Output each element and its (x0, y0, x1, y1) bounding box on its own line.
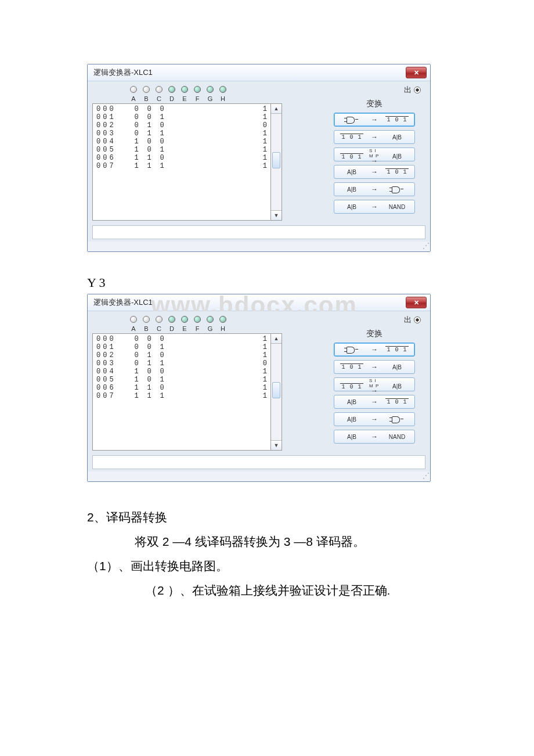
scroll-up-arrow[interactable]: ▲ (271, 104, 282, 114)
truth-simp-ab-button[interactable]: 1 0 1S I M P→A|B (334, 147, 415, 161)
body-line-2: 将双 2 —4 线译码器转换为 3 —8 译码器。 (87, 530, 447, 554)
truth-table: 000001002003004005006007 000001010011100… (92, 333, 312, 451)
row-index: 003 (96, 359, 128, 368)
input-led-b[interactable] (143, 86, 150, 93)
scrollbar[interactable]: ▲ ▼ (271, 103, 282, 221)
input-led-h[interactable] (219, 86, 226, 93)
input-led-g[interactable] (207, 316, 214, 323)
close-button[interactable]: ✕ (406, 67, 427, 78)
truth-to-ab-button[interactable]: 1 0 1→A|B (334, 130, 415, 144)
input-led-a[interactable] (130, 316, 137, 323)
expression-icon: A|B (347, 416, 356, 423)
input-leds-row (92, 316, 312, 324)
row-index: 001 (96, 343, 128, 351)
column-header-h: H (217, 325, 229, 332)
transform-label: 变换 (323, 329, 425, 339)
column-header-g: G (204, 325, 217, 332)
ab-to-truth-button[interactable]: A|B→1 0 1 (334, 165, 415, 179)
row-index: 004 (96, 138, 128, 146)
column-header-c: C (153, 95, 165, 102)
row-output: 1 (253, 343, 270, 351)
row-index: 006 (96, 384, 128, 392)
data-columns: 000001010011100101110111 (130, 103, 253, 221)
data-columns: 000001010011100101110111 (130, 333, 253, 451)
titlebar[interactable]: 逻辑变换器-XLC1 ✕ (88, 64, 430, 81)
input-led-h[interactable] (219, 316, 226, 323)
table-row: 010 (130, 351, 253, 359)
input-led-d[interactable] (168, 86, 175, 93)
table-row: 000 (130, 335, 253, 343)
expression-input[interactable] (92, 225, 425, 239)
logic-converter-dialog: 逻辑变换器-XLC1 ✕ ABCDEFGH 000001002003004005… (87, 64, 431, 252)
input-led-f[interactable] (194, 86, 201, 93)
scrollbar[interactable]: ▲ ▼ (271, 333, 282, 451)
row-index: 001 (96, 113, 128, 121)
row-output: 1 (253, 162, 270, 170)
row-index: 002 (96, 351, 128, 359)
row-index: 000 (96, 335, 128, 343)
expression-input[interactable] (92, 455, 425, 469)
ab-to-truth-button[interactable]: A|B→1 0 1 (334, 395, 415, 409)
row-output: 1 (253, 392, 270, 400)
output-led (414, 316, 421, 323)
ab-to-nand-button[interactable]: A|B→NAND (334, 200, 415, 214)
input-led-b[interactable] (143, 316, 150, 323)
row-index: 003 (96, 129, 128, 138)
scroll-thumb[interactable] (272, 152, 280, 168)
input-led-c[interactable] (156, 316, 163, 323)
column-header-g: G (204, 95, 217, 102)
truth-table-icon: 1 0 1 (385, 346, 408, 353)
column-header-e: E (178, 95, 191, 102)
input-led-g[interactable] (207, 86, 214, 93)
row-output: 1 (253, 146, 270, 154)
ab-to-nand-button[interactable]: A|B→NAND (334, 430, 415, 444)
truth-simp-ab-button[interactable]: 1 0 1S I M P→A|B (334, 377, 415, 391)
input-led-e[interactable] (181, 316, 188, 323)
body-line-4: （2 ）、在试验箱上接线并验证设计是否正确. (87, 578, 447, 603)
table-row: 011 (130, 129, 253, 138)
input-led-a[interactable] (130, 86, 137, 93)
row-index-column: 000001002003004005006007 (92, 333, 130, 451)
ab-to-gate-button[interactable]: A|B→ (334, 182, 415, 196)
tt-to-truth-button[interactable]: →1 0 1 (334, 113, 415, 127)
gate-icon (345, 346, 358, 353)
input-led-d[interactable] (168, 316, 175, 323)
table-row: 000 (130, 105, 253, 113)
gate-icon (391, 186, 403, 193)
column-header-a: A (127, 95, 140, 102)
logic-converter-dialog: 逻辑变换器-XLC1 ✕ ABCDEFGH 000001002003004005… (87, 294, 431, 482)
scroll-track[interactable] (271, 344, 282, 440)
truth-to-ab-button[interactable]: 1 0 1→A|B (334, 360, 415, 374)
transform-label: 变换 (323, 99, 425, 109)
nand-label: NAND (389, 204, 405, 210)
close-button[interactable]: ✕ (406, 297, 427, 308)
titlebar[interactable]: 逻辑变换器-XLC1 ✕ (88, 294, 430, 311)
input-led-f[interactable] (194, 316, 201, 323)
resize-grip[interactable]: ⋰ (88, 471, 430, 481)
table-row: 110 (130, 384, 253, 392)
input-led-e[interactable] (181, 86, 188, 93)
column-header-h: H (217, 95, 229, 102)
scroll-down-arrow[interactable]: ▼ (271, 210, 282, 220)
column-header-b: B (140, 325, 153, 332)
scroll-down-arrow[interactable]: ▼ (271, 440, 282, 450)
scroll-thumb[interactable] (272, 382, 280, 398)
output-label: 出 (404, 315, 421, 325)
row-output: 1 (253, 376, 270, 384)
tt-to-truth-button[interactable]: →1 0 1 (334, 343, 415, 357)
ab-to-gate-button[interactable]: A|B→ (334, 412, 415, 426)
column-header-f: F (191, 95, 204, 102)
scroll-track[interactable] (271, 114, 282, 210)
scroll-up-arrow[interactable]: ▲ (271, 334, 282, 344)
input-led-c[interactable] (156, 86, 163, 93)
row-output: 0 (253, 121, 270, 129)
resize-grip[interactable]: ⋰ (88, 242, 430, 251)
column-header-d: D (165, 95, 178, 102)
input-leds-row (92, 86, 312, 94)
column-headers: ABCDEFGH (92, 95, 312, 102)
row-output: 1 (253, 335, 270, 343)
truth-table-icon: 1 0 1 (340, 363, 363, 370)
row-index: 000 (96, 105, 128, 113)
row-output: 1 (253, 113, 270, 121)
body-line-1: 2、译码器转换 (87, 505, 447, 530)
